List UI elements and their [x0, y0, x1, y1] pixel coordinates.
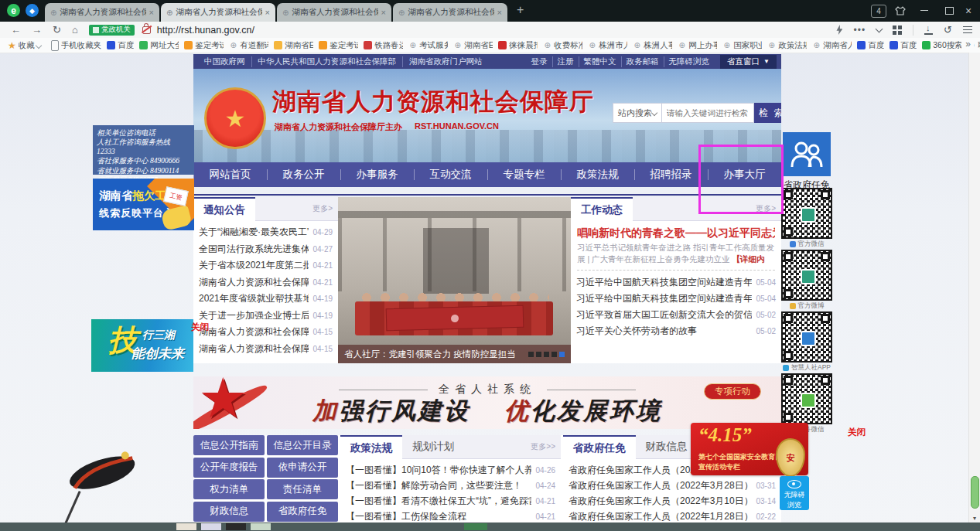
close-button[interactable]: × [965, 5, 971, 17]
mobile-favorites[interactable]: 手机收藏夹 [51, 40, 102, 51]
appointment-item[interactable]: 省政府任免国家工作人员（2022年3月10日） 03-14 [569, 493, 776, 509]
bookmark-item[interactable]: 网址大全 [139, 40, 179, 51]
taskbar-preview[interactable] [464, 523, 487, 530]
restore-tab-icon[interactable]: ↺ [944, 24, 952, 36]
nav-item[interactable]: 政务公开 [267, 162, 340, 187]
notice-item[interactable]: 全国司法行政系统先进集体、先… 04-27 [199, 241, 333, 258]
tab-close-icon[interactable]: × [265, 8, 270, 17]
bookmark-item[interactable]: 百度 [890, 40, 917, 51]
security-education-banner[interactable]: “4.15” 第七个全国国家安全教育日 宣传活动专栏 安 [691, 423, 808, 475]
tab-news[interactable]: 工作动态 [571, 197, 633, 221]
skin-theme-icon[interactable] [894, 5, 907, 16]
bookmark-item[interactable]: 百度 [857, 40, 884, 51]
favorites-menu[interactable]: ★ 收藏 [8, 40, 46, 51]
menu-icon[interactable] [963, 26, 972, 34]
taskbar-preview[interactable] [251, 523, 271, 530]
user-link[interactable]: 政务邮箱 [621, 56, 664, 67]
insecure-lock-icon[interactable] [142, 26, 151, 34]
browser-tab[interactable]: ⊕ 湖南省人力资源和社会保障厅 × [45, 3, 159, 22]
bookmark-item[interactable]: 徕徕晨报 [498, 40, 538, 51]
browser-tab-active[interactable]: ⊕ 湖南省人力资源和社会保障厅 × [161, 3, 275, 22]
bookmarks-overflow-icon[interactable]: » [962, 39, 974, 49]
maximize-button[interactable] [944, 5, 954, 16]
news-item[interactable]: 习近平致首届大国工匠创新交流大会的贺信 05-02 [576, 307, 776, 323]
window-select-dropdown[interactable]: 省直窗口 ▼ [720, 55, 777, 69]
quick-link-button[interactable]: 依申请公开 [267, 458, 338, 478]
bookmark-item[interactable]: ⊕ 株洲市人 [588, 40, 627, 51]
tab-notices[interactable]: 通知公告 [193, 197, 255, 221]
bookmark-item[interactable]: 百度 [107, 40, 134, 51]
appointment-item[interactable]: 省政府任免国家工作人员（2022年3月28日） 03-31 [569, 478, 776, 493]
search-input[interactable] [662, 103, 754, 123]
quick-link-button[interactable]: 财政信息 [193, 502, 265, 522]
photo-carousel[interactable]: 省人社厅：党建引领聚合力 疫情防控显担当 [338, 197, 571, 363]
bookmark-item[interactable]: ⊕ 考试服务 [408, 40, 448, 51]
profile-icon[interactable]: ◆ [26, 4, 39, 17]
quick-link-button[interactable]: 公开年度报告 [193, 458, 265, 478]
page-scrollbar[interactable]: ▾ [968, 53, 980, 522]
tab-close-icon[interactable]: × [497, 8, 502, 17]
tab-policy[interactable]: 政策法规 [340, 435, 402, 459]
browser-tab[interactable]: ⊕ 湖南省人力资源和社会保障厅 × [393, 3, 507, 22]
refresh-icon[interactable]: ↻ [53, 24, 61, 36]
quick-link-button[interactable]: 信息公开指南 [193, 435, 265, 455]
nav-item[interactable]: 招聘招录 [634, 162, 708, 187]
bookmark-item[interactable]: ⊕ 株洲人事 [633, 40, 672, 51]
quick-link-button[interactable]: 责任清单 [267, 479, 338, 499]
bookmark-item[interactable]: ⊕ 政策法规 [767, 40, 807, 51]
featured-headline[interactable]: 唱响新时代的青春之歌——以习近平同志为… [577, 226, 775, 240]
quick-link-button[interactable]: 省政府任免 [267, 502, 338, 522]
policy-more-link[interactable]: 更多>> [531, 441, 561, 452]
policy-item[interactable]: 【一图看懂】解除劳动合同，这些要注意！ 04-24 [346, 478, 555, 493]
more-actions-icon[interactable]: ••• [853, 25, 866, 36]
user-link[interactable]: 登录 [527, 56, 552, 67]
bookmark-item[interactable]: ⊕ 收费标准 [543, 40, 582, 51]
gov-appointments-icon-box[interactable] [783, 132, 831, 176]
bookmark-item[interactable]: ⊕ 湖南省人 [812, 40, 852, 51]
search-scope-dropdown[interactable]: 站内搜索 [613, 103, 662, 123]
nav-item[interactable]: 网站首页 [193, 162, 267, 187]
bookmark-item[interactable]: ⊕ 有道翻译 [229, 40, 268, 51]
bookmark-item[interactable]: 360搜索 [922, 40, 961, 51]
forward-icon[interactable]: → [32, 24, 42, 36]
quick-link-button[interactable]: 权力清单 [193, 479, 265, 499]
news-item[interactable]: 习近平关心关怀劳动者的故事 05-02 [576, 323, 776, 339]
news-item[interactable]: 习近平给中国航天科技集团空间站建造青年团队回信 05-04 [576, 291, 776, 307]
notice-item[interactable]: 关于进一步加强企业博士后创新… 04-19 [199, 308, 333, 325]
notices-more-link[interactable]: 更多> [312, 203, 338, 214]
apps-grid-icon[interactable] [893, 26, 902, 35]
search-button[interactable]: 检 索 [754, 103, 781, 123]
carousel-dot[interactable] [528, 352, 534, 357]
tab-finance[interactable]: 财政信息 [636, 435, 698, 458]
security-banner-close-link[interactable]: 关闭 [848, 427, 866, 438]
bookmark-item[interactable]: 湖南省E [274, 40, 313, 51]
bookmark-item[interactable]: ⊕ 网上办事 [678, 40, 717, 51]
nav-item[interactable]: 办事服务 [340, 162, 414, 187]
bookmark-item[interactable]: 鉴定考试 [319, 40, 358, 51]
url-text[interactable]: http://rst.hunan.gov.cn/ [157, 25, 254, 36]
policy-item[interactable]: 【一图看懂】10问10答！带你快速了解个人养老金制… 04-26 [346, 462, 555, 478]
taskbar-preview[interactable] [176, 523, 196, 530]
policy-item[interactable]: 【一图看懂】看清不缴社保五大“坑”，避免踩雷！ 04-21 [346, 493, 555, 509]
quick-link-button[interactable]: 信息公开目录 [267, 435, 338, 455]
bookmark-item[interactable]: ⊕ 国家职业 [722, 40, 762, 51]
notice-item[interactable]: 关于省本级2021年度第二批失业… 04-21 [199, 257, 333, 274]
notice-item[interactable]: 湖南省人力资源和社会保障厅20… 04-15 [199, 324, 333, 341]
minimize-button[interactable] [919, 5, 930, 16]
taskbar-preview[interactable] [226, 523, 246, 530]
notice-item[interactable]: 2021年度省级就业帮扶基地评选… 04-19 [199, 291, 333, 308]
accessibility-button[interactable]: 无障碍 浏览 [780, 476, 809, 510]
home-icon[interactable]: ⌂ [72, 24, 78, 36]
scrollbar-thumb[interactable] [971, 476, 979, 509]
tab-count-badge[interactable]: 4 [871, 5, 886, 18]
user-link[interactable]: 繁體中文 [579, 56, 621, 67]
windows-taskbar[interactable] [0, 522, 980, 531]
tab-planning[interactable]: 规划计划 [402, 435, 464, 458]
policy-item[interactable]: 【一图看懂】工伤保险全流程 04-21 [346, 509, 555, 524]
gov-link[interactable]: 中国政府网 [198, 56, 251, 67]
bookmark-item[interactable]: ⊕ 湖南省E [453, 40, 493, 51]
tab-appointments[interactable]: 省政府任免 [563, 435, 636, 459]
nav-item[interactable]: 专题专栏 [487, 162, 561, 187]
new-tab-button[interactable]: + [517, 3, 524, 17]
back-icon[interactable]: ← [11, 24, 21, 36]
